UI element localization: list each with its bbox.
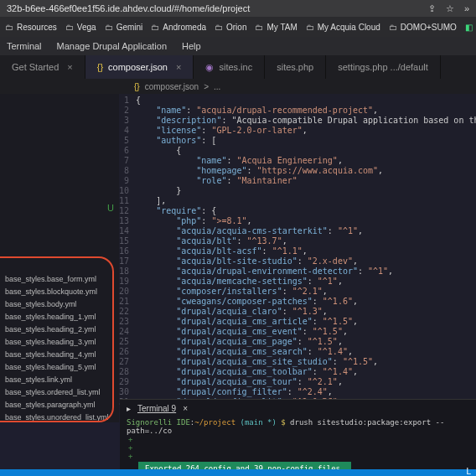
code-editor[interactable]: 1234567891011121314151617181920212223242… xyxy=(119,94,476,422)
folder-icon: 🗀 xyxy=(389,23,397,32)
folder-icon: 🗀 xyxy=(65,23,74,32)
folder-icon: 🗀 xyxy=(306,23,314,32)
bookmark-item[interactable]: 🗀Vega xyxy=(65,23,96,32)
tab-settings-php[interactable]: settings.php .../default xyxy=(326,55,441,79)
more-icon[interactable]: » xyxy=(464,3,469,13)
bookmark-item[interactable]: 🗀DOMO+SUMO xyxy=(389,23,457,32)
code-content[interactable]: { "name": "acquia/drupal-recommended-pro… xyxy=(136,94,476,422)
file-item[interactable]: base_styles.body.yml xyxy=(5,298,117,311)
bookmark-item[interactable]: 🗀My Acquia Cloud xyxy=(306,23,380,32)
file-item[interactable]: base_styles.heading_3.yml xyxy=(5,336,117,349)
folder-icon: 🗀 xyxy=(255,23,263,32)
file-item[interactable]: base_styles.link.yml xyxy=(5,374,117,386)
menu-drupal[interactable]: Manage Drupal Application xyxy=(57,41,167,51)
terminal-output[interactable]: Signorelli IDE:~/project (main *) $ drus… xyxy=(120,416,476,476)
url-text: 32b-b6ee-466ef0ee1f56.ide.ahdev.cloud/#/… xyxy=(7,3,250,13)
folder-icon: 🗀 xyxy=(5,23,13,32)
chevron-right-icon: > xyxy=(204,82,209,91)
editor-tabs: Get Started× {}composer.json× ◉sites.inc… xyxy=(0,55,476,79)
bookmark-item[interactable]: 🗀Resources xyxy=(5,23,57,32)
file-item[interactable]: base_styles.heading_5.yml xyxy=(5,361,117,374)
terminal-panel[interactable]: ▸ Terminal 9 × Signorelli IDE:~/project … xyxy=(120,399,476,469)
breadcrumb: {} composer.json > ... xyxy=(0,79,476,94)
file-item[interactable]: base_styles.heading_2.yml xyxy=(5,323,117,336)
menu-help[interactable]: Help xyxy=(182,41,201,51)
bookmark-item[interactable]: 🗀Andromeda xyxy=(151,23,206,32)
file-explorer[interactable]: U base_styles.base_form.ymlbase_styles.b… xyxy=(0,94,119,422)
breadcrumb-more[interactable]: ... xyxy=(214,82,220,91)
php-icon: ◉ xyxy=(205,62,214,73)
git-status-badge: U xyxy=(107,203,114,213)
tab-composer-json[interactable]: {}composer.json× xyxy=(85,55,194,79)
browser-url-bar: 32b-b6ee-466ef0ee1f56.ide.ahdev.cloud/#/… xyxy=(0,0,476,17)
status-letter: L xyxy=(466,467,471,476)
terminal-title[interactable]: Terminal 9 xyxy=(137,404,176,413)
file-item[interactable]: base_styles.paragraph.yml xyxy=(5,399,117,411)
bookmark-item[interactable]: 🗀Orion xyxy=(215,23,246,32)
file-item[interactable]: base_styles.heading_4.yml xyxy=(5,349,117,361)
star-icon[interactable]: ☆ xyxy=(446,3,454,14)
tab-sites-php[interactable]: sites.php xyxy=(265,55,326,79)
folder-icon: 🗀 xyxy=(215,23,223,32)
close-icon[interactable]: × xyxy=(176,62,181,72)
tab-get-started[interactable]: Get Started× xyxy=(0,55,85,79)
json-icon: {} xyxy=(97,62,103,72)
close-icon[interactable]: × xyxy=(183,404,188,413)
file-item[interactable]: base_styles.blockquote.yml xyxy=(5,286,117,298)
close-icon[interactable]: × xyxy=(67,62,72,72)
breadcrumb-file[interactable]: composer.json xyxy=(145,82,199,91)
file-item[interactable]: base_styles.base_form.yml xyxy=(5,273,117,286)
ide-menubar: Terminal Manage Drupal Application Help xyxy=(0,37,476,55)
line-gutter: 1234567891011121314151617181920212223242… xyxy=(119,94,136,422)
file-item[interactable]: base_styles.ordered_list.yml xyxy=(5,386,117,399)
file-item[interactable]: base_styles.heading_1.yml xyxy=(5,311,117,323)
terminal-run-icon[interactable]: ▸ xyxy=(127,404,131,413)
bookmark-item[interactable]: 🗀Gemini xyxy=(105,23,143,32)
bookmarks-bar: 🗀Resources 🗀Vega 🗀Gemini 🗀Andromeda 🗀Ori… xyxy=(0,17,476,37)
diffche-icon: ◧ xyxy=(465,23,473,32)
folder-icon: 🗀 xyxy=(105,23,113,32)
menu-terminal[interactable]: Terminal xyxy=(7,41,42,51)
bookmark-item[interactable]: 🗀My TAM xyxy=(255,23,297,32)
bookmark-item[interactable]: ◧Diffche xyxy=(465,23,476,32)
file-item[interactable]: base_styles.unordered_list.yml xyxy=(5,411,117,422)
status-bar: L xyxy=(0,469,476,476)
tab-sites-inc[interactable]: ◉sites.inc xyxy=(194,55,265,79)
json-icon: {} xyxy=(134,82,140,91)
folder-icon: 🗀 xyxy=(151,23,159,32)
share-icon[interactable]: ⇪ xyxy=(428,3,436,14)
